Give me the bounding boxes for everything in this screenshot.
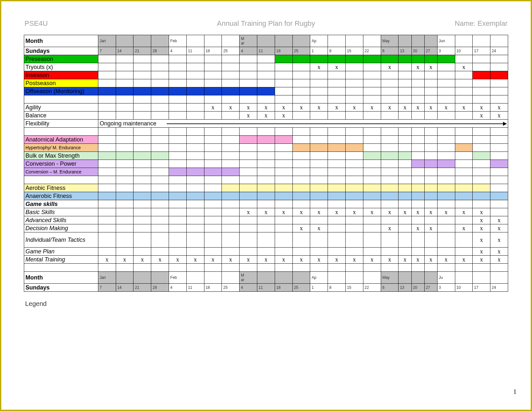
cell: x	[473, 208, 490, 216]
row-balance: Balancexxxxx	[24, 112, 508, 120]
cell	[98, 144, 116, 152]
cell	[455, 152, 473, 160]
cell	[222, 55, 240, 63]
cell	[473, 176, 490, 184]
cell	[310, 176, 328, 184]
row-label: Mental Training	[24, 256, 98, 264]
cell	[292, 184, 310, 192]
cell	[411, 87, 424, 95]
cell	[473, 63, 490, 71]
cell	[399, 248, 411, 256]
header-cell: 7	[98, 284, 116, 292]
cell: x	[292, 208, 310, 216]
header-cell	[328, 272, 346, 284]
cell	[275, 71, 292, 79]
cell	[411, 95, 424, 103]
cell	[381, 216, 399, 224]
cell	[240, 264, 257, 272]
cell	[346, 200, 363, 208]
cell	[490, 71, 508, 79]
cell	[455, 216, 473, 224]
cell: x	[328, 63, 346, 71]
cell	[204, 224, 222, 232]
cell	[490, 128, 508, 136]
cell	[169, 87, 187, 95]
cell	[98, 128, 116, 136]
row-offseason: Offseason (Monitoring)	[24, 87, 508, 95]
cell	[328, 176, 346, 184]
header-cell	[399, 35, 411, 47]
header-cell: Ju	[437, 272, 455, 284]
cell	[328, 264, 346, 272]
cell	[257, 224, 275, 232]
cell	[275, 152, 292, 160]
cell: x	[240, 256, 257, 264]
cell	[328, 160, 346, 168]
cell: x	[310, 63, 328, 71]
cell	[424, 160, 437, 168]
cell: x	[346, 208, 363, 216]
cell: x	[222, 256, 240, 264]
cell	[346, 224, 363, 232]
cell	[490, 200, 508, 208]
cell: x	[222, 103, 240, 112]
header-cell: 1	[310, 47, 328, 55]
cell	[133, 224, 151, 232]
cell	[346, 144, 363, 152]
cell	[186, 136, 204, 144]
cell	[151, 208, 169, 216]
header-cell: 11	[257, 47, 275, 55]
cell	[116, 248, 133, 256]
cell	[490, 55, 508, 63]
cell	[275, 160, 292, 168]
header-cell: May	[381, 35, 399, 47]
header-cell: Jan	[98, 272, 116, 284]
row-label: Game Plan	[24, 248, 98, 256]
cell	[275, 264, 292, 272]
cell	[133, 136, 151, 144]
header-cell	[399, 272, 411, 284]
cell	[310, 168, 328, 176]
cell	[151, 95, 169, 103]
header-cell	[186, 35, 204, 47]
cell	[116, 87, 133, 95]
cell	[257, 160, 275, 168]
cell	[437, 136, 455, 144]
cell	[399, 136, 411, 144]
cell	[169, 216, 187, 224]
cell	[275, 79, 292, 87]
cell	[363, 79, 381, 87]
cell	[275, 192, 292, 200]
cell	[363, 63, 381, 71]
cell	[169, 144, 187, 152]
cell	[275, 55, 292, 63]
cell	[346, 184, 363, 192]
cell	[186, 200, 204, 208]
row-label: Preseason	[24, 55, 98, 63]
cell	[473, 200, 490, 208]
cell	[399, 128, 411, 136]
row-flexibility: FlexibilityOngoing maintenance	[24, 120, 508, 128]
cell	[275, 63, 292, 71]
cell	[222, 128, 240, 136]
cell: x	[381, 256, 399, 264]
cell: x	[424, 256, 437, 264]
header-cell: 11	[257, 284, 275, 292]
cell	[455, 248, 473, 256]
cell	[186, 144, 204, 152]
cell	[346, 71, 363, 79]
cell	[186, 128, 204, 136]
cell	[133, 95, 151, 103]
cell	[240, 63, 257, 71]
cell	[473, 264, 490, 272]
cell	[473, 144, 490, 152]
cell	[169, 71, 187, 79]
cell	[116, 79, 133, 87]
cell	[455, 55, 473, 63]
cell: x	[257, 208, 275, 216]
row-anatomical: Anatomical Adaptation	[24, 136, 508, 144]
cell	[257, 248, 275, 256]
cell	[151, 200, 169, 208]
cell	[411, 152, 424, 160]
row-agility: Agilityxxxxxxxxxxxxxxxxxx	[24, 103, 508, 112]
